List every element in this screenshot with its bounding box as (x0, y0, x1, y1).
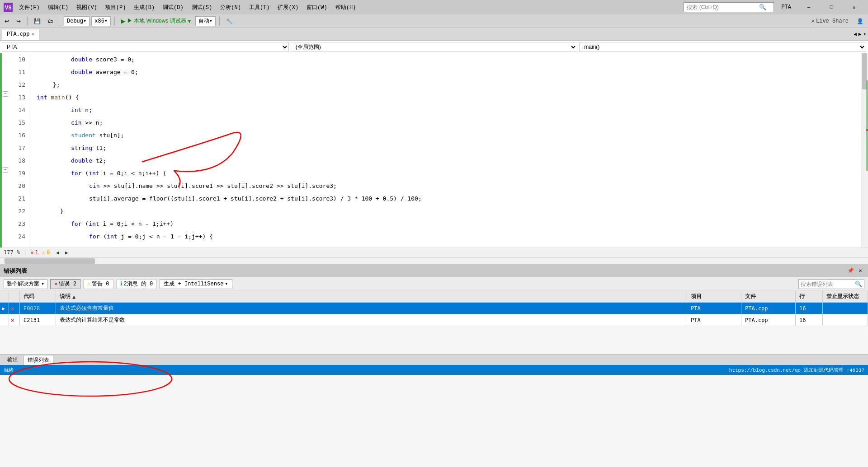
next-error-button[interactable]: ▶ (62, 248, 71, 257)
tab-scroll-right[interactable]: ▶ (859, 31, 862, 37)
line-num-20: 20 (9, 180, 25, 192)
code-line-18: double t2; (35, 154, 861, 167)
row2-expand (0, 314, 9, 326)
redo-button[interactable]: ↪ (14, 17, 24, 25)
menu-extensions[interactable]: 扩展(X) (274, 2, 302, 13)
row1-expand[interactable]: ▶ (0, 303, 9, 314)
error-desc-2: 表达式的计算结果不是常数 (60, 316, 125, 324)
menu-edit[interactable]: 编辑(E) (44, 2, 72, 13)
output-tab[interactable]: 输出 (4, 355, 22, 364)
code-area[interactable]: double score3 = 0; double average = 0; }… (29, 53, 861, 248)
close-panel-button[interactable]: ✕ (856, 267, 864, 275)
row1-description: 表达式必须含有常量值 (56, 303, 687, 314)
collapse-btn-19[interactable]: − (3, 167, 8, 173)
error-file-2: PTA.cpp (745, 317, 768, 323)
tab-bar: PTA.cpp ✕ ◀ ▶ ▾ (0, 28, 868, 41)
menu-build[interactable]: 生成(B) (130, 2, 158, 13)
save-button[interactable]: 💾 (31, 17, 43, 25)
scope-filter-dropdown[interactable]: 整个解决方案 ▾ (4, 279, 47, 289)
menu-analyze[interactable]: 分析(N) (217, 2, 245, 13)
status-bar: 就绪 https://blog.csdn.net/qq_添加到源代码管理 ↑46… (0, 365, 868, 375)
code-line-13: int main() { (35, 91, 861, 104)
code-line-22: } (35, 205, 861, 218)
git-info[interactable]: https://blog.csdn.net/qq_添加到源代码管理 ↑46337 (729, 367, 864, 374)
prev-error-button[interactable]: ◀ (53, 248, 61, 257)
code-line-23: for (int i = 0;i < n - 1;i++) (35, 218, 861, 230)
menu-file[interactable]: 文件(F) (15, 2, 43, 13)
menu-test[interactable]: 测试(S) (188, 2, 216, 13)
function-dropdown[interactable]: main() (579, 42, 866, 52)
tab-more-button[interactable]: ▾ (863, 31, 866, 37)
horizontal-scrollbar[interactable] (0, 257, 868, 264)
row1-line: 16 (796, 303, 823, 314)
code-line-10: double score3 = 0; (35, 53, 861, 66)
build-intellisense-dropdown[interactable]: 生成 + IntelliSense ▾ (160, 279, 232, 289)
header-description[interactable]: 说明 ▲ (56, 291, 687, 302)
search-errors-input[interactable] (801, 281, 855, 287)
header-project[interactable]: 项目 (687, 291, 741, 302)
pin-panel-button[interactable]: 📌 (846, 267, 854, 275)
live-share-label: Live Share (816, 18, 849, 24)
menu-view[interactable]: 视图(V) (73, 2, 101, 13)
title-bar-right: 🔍 PTA — □ ✕ (684, 0, 864, 14)
line-num-15: 15 (9, 117, 25, 129)
menu-project[interactable]: 项目(P) (102, 2, 130, 13)
menu-debug[interactable]: 调试(D) (159, 2, 187, 13)
file-tab-ptacpp[interactable]: PTA.cpp ✕ (2, 29, 39, 40)
menu-help[interactable]: 帮助(H) (332, 2, 360, 13)
line-num-24: 24 (9, 230, 25, 243)
scope-dropdown[interactable]: PTA (2, 42, 289, 52)
error-code-2: C2131 (24, 317, 40, 323)
profile-button[interactable]: 👤 (854, 17, 866, 25)
code-line-21: stu[i].average = floor((stu[i].score1 + … (35, 192, 861, 205)
header-code-label: 代码 (24, 293, 34, 300)
save-all-button[interactable]: 🗂 (45, 17, 56, 25)
title-bar-left: VS 文件(F) 编辑(E) 视图(V) 项目(P) 生成(B) 调试(D) 测… (4, 2, 359, 13)
search-input[interactable] (687, 4, 759, 10)
run-dropdown-icon: ▾ (188, 18, 191, 24)
auto-dropdown[interactable]: 自动 ▾ (195, 16, 216, 26)
debug-config-dropdown[interactable]: Debug ▾ (64, 16, 90, 26)
line-num-19: 19 (9, 167, 25, 180)
toolbar-separator-4 (219, 17, 220, 26)
platform-dropdown[interactable]: x86 ▾ (91, 16, 111, 26)
editor-scrollbar-right[interactable] (861, 53, 868, 248)
profile-label: PTA (778, 4, 795, 10)
search-box[interactable]: 🔍 (684, 2, 774, 12)
row2-type: ✕ (9, 314, 20, 326)
line-num-17: 17 (9, 142, 25, 154)
header-file[interactable]: 文件 (741, 291, 796, 302)
error-row-2[interactable]: ✕ C2131 表达式的计算结果不是常数 PTA PTA.cpp 16 (0, 314, 868, 326)
info-filter-badge[interactable]: ℹ 2消息 的 0 (116, 279, 157, 289)
h-scroll-thumb[interactable] (5, 258, 95, 264)
maximize-button[interactable]: □ (821, 0, 842, 14)
row2-project: PTA (687, 314, 741, 326)
warning-count[interactable]: ⚠ 0 (42, 249, 50, 256)
row2-suppress (823, 314, 868, 326)
live-share-button[interactable]: ↗ Live Share (807, 17, 852, 25)
debug-tools-button[interactable]: 🔧 (223, 17, 236, 25)
error-count[interactable]: ✕ 1 (30, 249, 38, 256)
context-dropdown[interactable]: (全局范围) (291, 42, 578, 52)
close-button[interactable]: ✕ (844, 0, 864, 14)
header-suppress[interactable]: 禁止显示状态 (823, 291, 868, 302)
run-button[interactable]: ▶ ▶ 本地 Windows 调试器 ▾ (118, 16, 193, 26)
warning-filter-badge[interactable]: ⚠ 警告 0 (83, 279, 113, 289)
header-code[interactable]: 代码 (20, 291, 56, 302)
search-errors-box[interactable]: 🔍 (798, 279, 864, 289)
header-line[interactable]: 行 (796, 291, 823, 302)
title-bar: VS 文件(F) 编辑(E) 视图(V) 项目(P) 生成(B) 调试(D) 测… (0, 0, 868, 14)
error-filter-badge[interactable]: ✕ 错误 2 (50, 279, 80, 289)
error-list-tab[interactable]: 错误列表 (24, 355, 53, 365)
run-icon: ▶ (121, 18, 125, 24)
row1-type: ✕ (9, 303, 20, 314)
tab-scroll-left[interactable]: ◀ (854, 31, 857, 37)
error-row-1[interactable]: ▶ ✕ E0028 表达式必须含有常量值 PTA PTA.cpp 16 (0, 303, 868, 314)
collapse-btn-13[interactable]: − (3, 91, 8, 97)
menu-window[interactable]: 窗口(W) (303, 2, 331, 13)
minimize-button[interactable]: — (798, 0, 819, 14)
tab-close-button[interactable]: ✕ (31, 31, 34, 37)
code-line-19: for (int i = 0;i < n;i++) { (35, 167, 861, 180)
undo-button[interactable]: ↩ (2, 17, 12, 25)
menu-tools[interactable]: 工具(T) (245, 2, 274, 13)
